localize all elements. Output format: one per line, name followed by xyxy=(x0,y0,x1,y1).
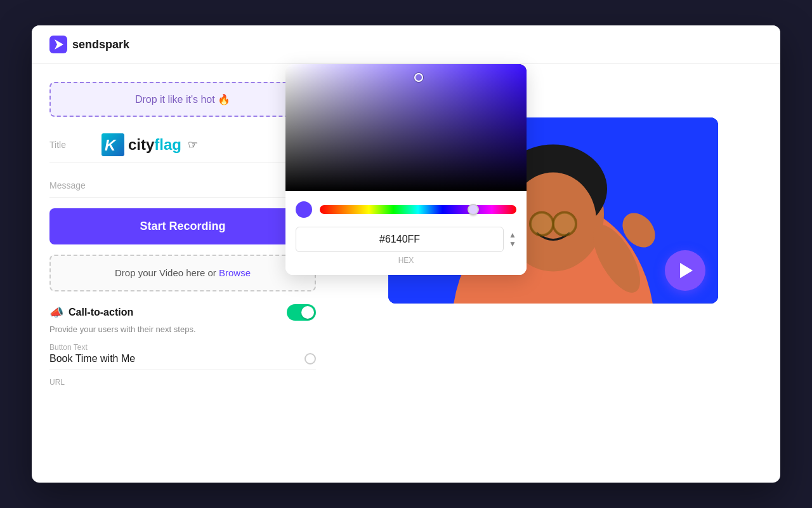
drop-zone-header[interactable]: Drop it like it's hot 🔥 xyxy=(49,82,316,117)
svg-point-17 xyxy=(554,213,575,235)
hex-row: #6140FF ▲ ▼ xyxy=(296,227,516,252)
color-gradient-area[interactable] xyxy=(285,64,527,191)
cityflag-icon: K xyxy=(102,133,124,156)
hex-value: #6140FF xyxy=(306,234,493,245)
button-text-radio[interactable] xyxy=(304,353,316,364)
main-content: Drop it like it's hot 🔥 Title xyxy=(32,64,780,483)
cityflag-logo: K cityflag ☞ xyxy=(102,133,198,156)
cta-icon: 📣 xyxy=(49,305,63,319)
svg-point-16 xyxy=(531,213,553,235)
hue-thumb xyxy=(468,204,479,215)
hue-slider[interactable] xyxy=(320,205,516,214)
title-value-area: K cityflag ☞ xyxy=(102,133,297,156)
color-swatch xyxy=(296,201,312,218)
title-field-row: Title xyxy=(49,127,316,163)
play-triangle xyxy=(680,263,693,278)
button-text-row: Book Time with Me xyxy=(49,353,316,370)
cta-description: Provide your users with their next steps… xyxy=(49,324,316,334)
video-drop-zone[interactable]: Drop your Video here or Browse xyxy=(49,255,316,291)
url-field: URL xyxy=(49,378,316,387)
hex-input-wrapper[interactable]: #6140FF xyxy=(296,227,504,252)
button-text-label: Button Text xyxy=(49,343,316,352)
start-recording-button[interactable]: Start Recording xyxy=(49,208,316,244)
hue-row xyxy=(296,201,516,218)
browse-link[interactable]: Browse xyxy=(219,267,251,278)
hex-up-arrow[interactable]: ▲ xyxy=(509,231,516,239)
button-text-field: Button Text Book Time with Me xyxy=(49,343,316,370)
url-label: URL xyxy=(49,378,316,387)
play-button[interactable] xyxy=(665,250,705,291)
cta-title-group: 📣 Call-to-action xyxy=(49,305,133,319)
cta-toggle[interactable] xyxy=(287,304,316,321)
toggle-knob xyxy=(301,306,314,319)
button-text-value: Book Time with Me xyxy=(49,353,304,364)
color-cursor xyxy=(414,73,423,82)
drop-zone-header-text: Drop it like it's hot 🔥 xyxy=(135,94,230,105)
color-controls: #6140FF ▲ ▼ HEX xyxy=(285,191,527,275)
message-label: Message xyxy=(49,180,94,190)
app-header: sendspark xyxy=(32,25,780,64)
drop-text-before-link: Drop your Video here or xyxy=(115,267,219,278)
hex-down-arrow[interactable]: ▼ xyxy=(509,240,516,248)
hex-label: HEX xyxy=(296,256,516,265)
cta-section: 📣 Call-to-action Provide your users with… xyxy=(49,304,316,387)
color-picker-popup: #6140FF ▲ ▼ HEX xyxy=(285,64,527,275)
cityflag-text: cityflag xyxy=(128,136,181,154)
cursor-icon: ☞ xyxy=(188,138,198,152)
cta-title: Call-to-action xyxy=(69,307,133,318)
hex-arrows: ▲ ▼ xyxy=(509,231,516,248)
svg-rect-5 xyxy=(285,64,527,191)
cta-header: 📣 Call-to-action xyxy=(49,304,316,321)
sendspark-logo-icon xyxy=(49,36,67,53)
title-label: Title xyxy=(49,140,94,150)
message-field-row: Message xyxy=(49,173,316,198)
left-panel: Drop it like it's hot 🔥 Title xyxy=(49,82,316,465)
video-drop-text: Drop your Video here or Browse xyxy=(115,267,251,278)
svg-text:K: K xyxy=(105,137,117,154)
logo-text: sendspark xyxy=(72,38,129,51)
logo: sendspark xyxy=(49,36,129,53)
